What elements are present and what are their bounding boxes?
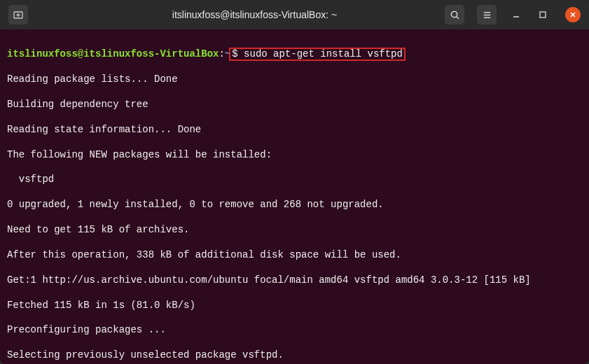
terminal-body[interactable]: itslinuxfoss@itslinuxfoss-VirtualBox:~$ … <box>0 29 589 364</box>
maximize-button[interactable] <box>536 8 550 22</box>
output-line: Selecting previously unselected package … <box>7 349 582 362</box>
prompt-line-1: itslinuxfoss@itslinuxfoss-VirtualBox:~$ … <box>7 48 582 61</box>
svg-rect-9 <box>540 12 546 18</box>
output-line: The following NEW packages will be insta… <box>7 149 582 162</box>
output-line: vsftpd <box>7 174 582 186</box>
prompt-dollar: $ <box>232 48 244 59</box>
output-line: 0 upgraded, 1 newly installed, 0 to remo… <box>7 199 582 211</box>
new-tab-button[interactable] <box>8 5 28 24</box>
output-line: Need to get 115 kB of archives. <box>7 224 582 237</box>
svg-line-4 <box>456 16 458 18</box>
output-line: Get:1 http://us.archive.ubuntu.com/ubunt… <box>7 274 582 287</box>
output-line: Reading state information... Done <box>7 124 582 136</box>
command-highlight: $ sudo apt-get install vsftpd <box>229 48 406 61</box>
output-line: Reading package lists... Done <box>7 74 582 86</box>
output-line: Building dependency tree <box>7 99 582 111</box>
titlebar-right <box>445 5 581 24</box>
titlebar: itslinuxfoss@itslinuxfoss-VirtualBox: ~ <box>0 0 589 29</box>
menu-button[interactable] <box>477 5 497 24</box>
output-line: After this operation, 338 kB of addition… <box>7 249 582 262</box>
output-line: Preconfiguring packages ... <box>7 324 582 337</box>
command-text: sudo apt-get install vsftpd <box>244 48 403 59</box>
prompt-colon: : <box>219 48 224 59</box>
minimize-button[interactable] <box>509 8 523 22</box>
output-line: Fetched 115 kB in 1s (81.0 kB/s) <box>7 300 582 312</box>
close-button[interactable] <box>565 7 581 22</box>
search-button[interactable] <box>445 5 464 24</box>
svg-point-3 <box>451 11 457 17</box>
titlebar-left <box>8 5 64 24</box>
terminal-window: itslinuxfoss@itslinuxfoss-VirtualBox: ~ … <box>0 0 589 364</box>
window-title: itslinuxfoss@itslinuxfoss-VirtualBox: ~ <box>64 9 445 20</box>
prompt-user-host: itslinuxfoss@itslinuxfoss-VirtualBox <box>7 48 219 59</box>
